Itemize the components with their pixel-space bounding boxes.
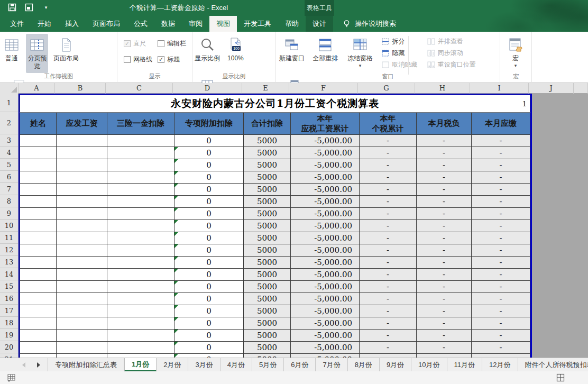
cell[interactable]: - <box>472 293 530 305</box>
row-header-9[interactable]: 9 <box>0 207 18 220</box>
cell[interactable] <box>107 244 174 257</box>
ribbon-tab-帮助[interactable]: 帮助 <box>278 16 306 32</box>
cell[interactable]: - <box>417 354 472 358</box>
cell[interactable] <box>57 305 107 317</box>
zoom-100-button[interactable]: 100 100% <box>225 34 246 73</box>
sheet-tab-11月份[interactable]: 11月份 <box>447 358 483 371</box>
cell[interactable]: - <box>360 244 417 257</box>
cell[interactable]: -5,000.00 <box>291 244 360 257</box>
cell[interactable]: 5000 <box>244 257 291 269</box>
cell[interactable] <box>20 135 57 147</box>
cell[interactable] <box>57 232 107 244</box>
cell[interactable]: 0 <box>174 208 244 220</box>
cell[interactable]: 0 <box>174 305 244 317</box>
cell[interactable] <box>20 244 57 257</box>
cell[interactable]: 5000 <box>244 184 291 196</box>
page-break-preview-button[interactable]: 分页预览 <box>26 34 48 73</box>
column-header-I[interactable]: I <box>470 83 529 94</box>
split-button[interactable]: 拆分 <box>382 36 417 47</box>
row-header-1[interactable]: 1 <box>0 94 18 112</box>
cell[interactable]: 0 <box>174 269 244 281</box>
cell[interactable]: 5000 <box>244 317 291 330</box>
cell[interactable] <box>20 159 57 171</box>
column-header-B[interactable]: B <box>55 83 106 94</box>
column-header-partial[interactable] <box>574 83 588 94</box>
sheet-tab-6月份[interactable]: 6月份 <box>284 358 316 371</box>
cell[interactable]: - <box>417 220 472 232</box>
cell[interactable]: -5,000.00 <box>291 293 360 305</box>
cell[interactable]: - <box>417 184 472 196</box>
cell[interactable]: - <box>417 135 472 147</box>
column-header-H[interactable]: H <box>415 83 470 94</box>
cell[interactable] <box>107 257 174 269</box>
cell[interactable] <box>20 269 57 281</box>
column-header-E[interactable]: E <box>242 83 289 94</box>
cell[interactable]: -5,000.00 <box>291 184 360 196</box>
row-header-17[interactable]: 17 <box>0 305 18 317</box>
cell[interactable]: - <box>472 135 530 147</box>
cell[interactable] <box>57 184 107 196</box>
cell[interactable]: - <box>360 257 417 269</box>
cell[interactable]: -5,000.00 <box>291 281 360 293</box>
cell[interactable] <box>57 208 107 220</box>
cell[interactable]: - <box>417 147 472 159</box>
cell[interactable]: - <box>472 330 530 342</box>
cell[interactable]: 5000 <box>244 171 291 184</box>
cell[interactable] <box>20 354 57 358</box>
column-header-F[interactable]: F <box>289 83 358 94</box>
column-header-J[interactable]: J <box>529 83 574 94</box>
cell[interactable]: -5,000.00 <box>291 159 360 171</box>
cell[interactable]: - <box>360 159 417 171</box>
cell[interactable]: 5000 <box>244 354 291 358</box>
cell[interactable]: 5000 <box>244 208 291 220</box>
ribbon-tab-插入[interactable]: 插入 <box>58 16 86 32</box>
cell[interactable] <box>107 281 174 293</box>
ribbon-tab-页面布局[interactable]: 页面布局 <box>86 16 127 32</box>
cell[interactable] <box>57 196 107 208</box>
cell[interactable] <box>107 293 174 305</box>
table-column-header[interactable]: 合计扣除 <box>244 113 291 135</box>
cell[interactable]: - <box>360 269 417 281</box>
cell[interactable] <box>20 317 57 330</box>
table-column-header[interactable]: 专项附加扣除 <box>174 113 244 135</box>
cell[interactable]: -5,000.00 <box>291 232 360 244</box>
cell[interactable]: - <box>417 196 472 208</box>
cell[interactable] <box>20 147 57 159</box>
cell[interactable]: 0 <box>174 317 244 330</box>
headings-checkbox[interactable]: ✓ 标题 <box>158 55 192 64</box>
cell[interactable]: -5,000.00 <box>291 305 360 317</box>
row-header-16[interactable]: 16 <box>0 292 18 305</box>
cell[interactable] <box>107 330 174 342</box>
row-header-7[interactable]: 7 <box>0 183 18 195</box>
cell[interactable]: - <box>360 232 417 244</box>
cell[interactable]: -5,000.00 <box>291 317 360 330</box>
cell[interactable]: 0 <box>174 147 244 159</box>
sheet-tab-专项附加扣除汇总表[interactable]: 专项附加扣除汇总表 <box>48 358 124 371</box>
cell[interactable]: - <box>472 196 530 208</box>
cell[interactable]: -5,000.00 <box>291 220 360 232</box>
row-header-5[interactable]: 5 <box>0 159 18 171</box>
cell[interactable]: - <box>472 171 530 184</box>
sheet-tab-3月份[interactable]: 3月份 <box>188 358 220 371</box>
cell[interactable] <box>57 220 107 232</box>
cell[interactable] <box>57 281 107 293</box>
freeze-panes-button[interactable]: 冻结窗格 ▾ <box>344 34 376 73</box>
cell[interactable]: - <box>472 269 530 281</box>
cell[interactable]: 5000 <box>244 342 291 354</box>
ribbon-tab-公式[interactable]: 公式 <box>127 16 154 32</box>
cell[interactable]: -5,000.00 <box>291 171 360 184</box>
sheet-tab-10月份[interactable]: 10月份 <box>411 358 447 371</box>
row-header-2[interactable]: 2 <box>0 112 18 134</box>
cell[interactable] <box>107 342 174 354</box>
cell[interactable] <box>20 293 57 305</box>
cell[interactable] <box>20 257 57 269</box>
cell[interactable]: - <box>417 305 472 317</box>
sheet-tab-4月份[interactable]: 4月份 <box>221 358 252 371</box>
cell[interactable] <box>20 281 57 293</box>
cell[interactable] <box>107 354 174 358</box>
cell[interactable]: - <box>472 208 530 220</box>
cell[interactable]: - <box>417 159 472 171</box>
row-header-8[interactable]: 8 <box>0 195 18 207</box>
sheet-tab-1月份[interactable]: 1月份 <box>124 358 157 371</box>
table-column-header[interactable]: 姓名 <box>20 113 57 135</box>
